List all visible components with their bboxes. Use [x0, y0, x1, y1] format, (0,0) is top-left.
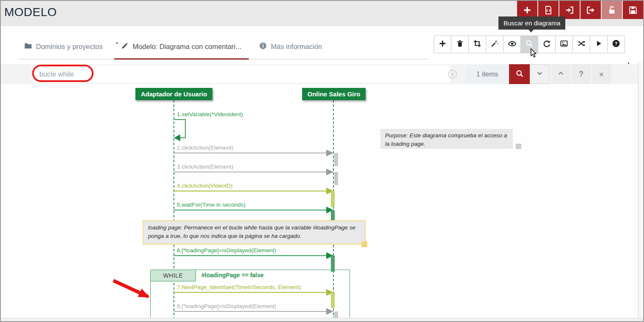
crop-button[interactable]: [468, 35, 486, 53]
folder-icon: [24, 42, 32, 52]
plus-icon: [438, 39, 447, 49]
message-1-line: [185, 119, 186, 138]
view-button[interactable]: [503, 35, 521, 53]
magic-wand-button[interactable]: [486, 35, 504, 53]
annotation-arrow: [107, 276, 162, 306]
app-window: MODELO Buscar en diagrama Dominios y pro…: [0, 0, 644, 322]
sequence-diagram-canvas[interactable]: Adaptador de Usuario Online Sales Giro 1…: [1, 84, 638, 319]
message-3-arrowhead: [326, 169, 333, 175]
tab-dominios-y-proyectos[interactable]: Dominios y proyectos: [24, 42, 103, 52]
add-element-button[interactable]: [434, 35, 451, 53]
help-button[interactable]: ?: [607, 35, 625, 53]
info-icon: [259, 42, 267, 52]
active-tab-underline: [114, 58, 249, 60]
search-icon: [515, 69, 524, 79]
search-submit-button[interactable]: [509, 64, 530, 84]
help-icon: ?: [612, 39, 620, 49]
crop-icon: [473, 39, 482, 49]
annotation-circle: [32, 65, 94, 82]
lock-open-icon: [607, 5, 616, 15]
chevron-down-icon: [536, 69, 544, 79]
comment-resize-handle[interactable]: [516, 144, 521, 149]
vertical-scrollbar[interactable]: [638, 62, 642, 320]
message-3[interactable]: 3.clickAction(Element): [177, 164, 234, 170]
comment-resize-handle[interactable]: [361, 241, 367, 247]
delete-button[interactable]: [451, 35, 469, 53]
lifeline-header-adaptador[interactable]: Adaptador de Usuario: [135, 88, 212, 100]
search-options-dropdown[interactable]: [530, 64, 550, 84]
message-1[interactable]: 1.setVariable(*VideoIdent): [177, 111, 243, 117]
pencil-icon: [121, 42, 129, 51]
message-7[interactable]: 7.NextPage_Identitaet(TimeInSeconds, Ele…: [177, 284, 301, 290]
activation-bar: [331, 191, 335, 207]
image-button[interactable]: [555, 35, 573, 53]
refresh-button[interactable]: [538, 35, 556, 53]
message-2[interactable]: 2.clickAction(Element): [177, 145, 234, 151]
comment-loading-page[interactable]: loading page: Permanece en el bucle whil…: [143, 220, 366, 245]
loop-condition: #loadingPage == false: [201, 272, 264, 278]
diagram-search-bar: 1 items ? ×: [1, 64, 638, 84]
page-title: MODELO: [4, 5, 57, 19]
message-1-line: [174, 119, 186, 120]
clear-search-icon[interactable]: [448, 69, 457, 81]
message-8[interactable]: 8.[*loadingPage]=isDisplayed(Element): [177, 303, 276, 309]
trash-icon: [456, 39, 464, 49]
magic-wand-icon: [490, 39, 499, 49]
eye-icon: [508, 39, 517, 50]
message-2-arrowhead: [326, 150, 333, 156]
refresh-icon: [542, 39, 551, 49]
message-8-line: [174, 311, 327, 312]
unsaved-marker: *: [116, 41, 118, 47]
tab-mas-informacion[interactable]: Más información: [259, 42, 322, 52]
tooltip: Buscar en diagrama: [498, 16, 565, 30]
comment-purpose[interactable]: Purpose: Este diagrama comprueba el acce…: [380, 129, 513, 149]
svg-text:?: ?: [614, 41, 617, 46]
activation-bar: [334, 172, 338, 185]
play-icon: [595, 40, 603, 49]
message-3-line: [174, 172, 327, 172]
search-help-button[interactable]: ?: [572, 64, 591, 84]
activation-bar: [331, 292, 335, 308]
close-search-button[interactable]: ×: [592, 64, 611, 84]
artifact-dot: [628, 63, 629, 64]
plus-icon: [523, 5, 532, 15]
horizontal-scrollbar[interactable]: [1, 318, 643, 321]
sign-out-icon: [586, 5, 595, 15]
message-4-line: [174, 191, 327, 191]
tab-label: Modelo: Diagrama con comentari...: [132, 43, 241, 51]
message-1-arrowhead: [174, 134, 180, 141]
lock-button[interactable]: [602, 1, 622, 19]
message-5-line: [174, 210, 327, 210]
tab-modelo-diagrama[interactable]: * Modelo: Diagrama con comentari...: [116, 42, 241, 51]
save-icon: [628, 5, 638, 15]
sign-out-button[interactable]: [581, 1, 601, 19]
save-button[interactable]: [623, 1, 643, 19]
message-8-arrowhead: [326, 308, 333, 315]
message-1-line: [180, 137, 186, 138]
results-count-badge: 1 items: [465, 64, 509, 84]
message-4[interactable]: 4.clickAction(VideoID): [177, 183, 233, 189]
activation-bar: [334, 153, 338, 166]
image-icon: [560, 39, 568, 49]
tab-label: Más información: [271, 43, 322, 51]
mouse-cursor: [530, 48, 538, 60]
message-6-line: [174, 255, 327, 256]
lifeline-header-online-sales[interactable]: Online Sales Giro: [302, 88, 366, 100]
code-file-icon: [544, 5, 553, 15]
sign-in-icon: [565, 5, 574, 15]
message-7-line: [174, 292, 327, 293]
tooltip-caret: [528, 30, 534, 33]
message-6[interactable]: 6.[*loadingPage]=isDisplayed(Element): [177, 247, 276, 254]
while-loop-fragment[interactable]: WHILE #loadingPage == false: [150, 270, 350, 319]
message-2-line: [174, 153, 327, 153]
previous-result-button[interactable]: [551, 64, 570, 84]
tab-label: Dominios y proyectos: [36, 43, 103, 51]
search-input[interactable]: [32, 65, 450, 83]
run-button[interactable]: [590, 35, 608, 53]
message-5[interactable]: 5.waitFor(Time in seconds): [177, 202, 245, 208]
chevron-up-icon: [557, 69, 565, 79]
shuffle-icon: [577, 39, 586, 49]
shuffle-button[interactable]: [572, 35, 590, 53]
